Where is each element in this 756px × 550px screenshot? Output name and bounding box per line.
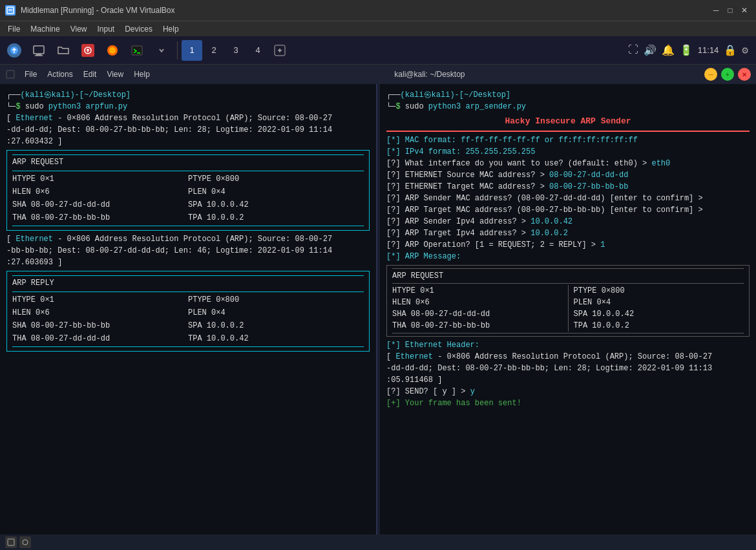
- svg-rect-4: [34, 46, 44, 54]
- menu-devices[interactable]: Devices: [120, 23, 158, 35]
- tab-2[interactable]: 2: [204, 40, 224, 61]
- menu-view[interactable]: View: [65, 23, 92, 35]
- svg-point-15: [23, 540, 28, 545]
- notification-icon[interactable]: 🔔: [662, 44, 675, 57]
- toolbar-icon-folder[interactable]: [52, 39, 75, 62]
- toolbar-icon-red[interactable]: [76, 39, 100, 62]
- svg-rect-2: [8, 10, 12, 11]
- minimize-button[interactable]: ─: [709, 4, 722, 17]
- toolbar-right: ⛶ 🔊 🔔 🔋 11:14 🔒 ⚙: [628, 44, 753, 57]
- right-info-lines: [*] MAC format: ff-ff-ff-ff-ff-ff or ff:…: [386, 134, 750, 262]
- right-arp-request-box: ARP REQUEST HTYPE 0×1 PTYPE 0×800 HLEN 0…: [386, 265, 750, 337]
- menu-input[interactable]: Input: [92, 23, 120, 35]
- tab-add[interactable]: [269, 40, 290, 61]
- left-ethernet-2: [ Ethernet - 0×806 Address Resolution Pr…: [6, 233, 370, 268]
- kali-menu-edit[interactable]: Edit: [78, 69, 102, 80]
- right-prompt-line: ┌──(kali㉿kali)-[~/Desktop] └─$ sudo pyth…: [386, 89, 750, 112]
- titlebar-icon: [5, 5, 16, 16]
- left-terminal[interactable]: ┌──(kali㉿kali)-[~/Desktop] └─$ sudo pyth…: [0, 84, 377, 534]
- kali-titlebar: File Actions Edit View Help kali@kali: ~…: [0, 65, 756, 84]
- kali-menu-view[interactable]: View: [101, 69, 129, 80]
- right-ethernet-header: [*] Ethernet Header: [ Ethernet - 0×806 …: [386, 339, 750, 409]
- left-arp-reply-box: ARP REPLY HTYPE 0×1 PTYPE 0×800 HLEN 0×6…: [6, 271, 370, 352]
- toolbar-icon-terminal[interactable]: [125, 39, 149, 62]
- battery-icon[interactable]: 🔋: [680, 44, 693, 57]
- svg-rect-10: [132, 46, 142, 55]
- kali-menu: File Actions Edit View Help: [19, 69, 155, 80]
- menu-help[interactable]: Help: [158, 23, 184, 35]
- vm-close-btn[interactable]: ✕: [738, 68, 751, 81]
- fullscreen-icon[interactable]: ⛶: [628, 44, 638, 56]
- tab-3[interactable]: 3: [226, 40, 246, 61]
- tab-4[interactable]: 4: [247, 40, 268, 61]
- vm-maximize-btn[interactable]: +: [721, 68, 734, 81]
- svg-rect-1: [8, 9, 12, 10]
- kali-window-icon: [5, 69, 16, 79]
- toolbar-time: 11:14: [698, 45, 719, 55]
- maximize-button[interactable]: □: [724, 4, 737, 17]
- menubar: File Machine View Input Devices Help: [0, 21, 756, 36]
- vm-bottom-bar: [0, 534, 756, 550]
- left-arp-request-box: ARP REQUEST HTYPE 0×1 PTYPE 0×800 HLEN 0…: [6, 150, 370, 231]
- svg-rect-13: [6, 70, 14, 78]
- svg-point-9: [109, 47, 116, 54]
- terminal-area: ┌──(kali㉿kali)-[~/Desktop] └─$ sudo pyth…: [0, 84, 756, 534]
- titlebar-controls: ─ □ ✕: [709, 4, 751, 17]
- toolbar: 1 2 3 4 ⛶ 🔊 🔔 🔋 11:14 🔒 ⚙: [0, 36, 756, 65]
- toolbar-icon-2[interactable]: [27, 39, 50, 62]
- tab-1[interactable]: 1: [182, 40, 202, 61]
- settings-icon[interactable]: ⚙: [742, 44, 748, 57]
- audio-icon[interactable]: 🔊: [644, 44, 656, 57]
- kali-menu-file[interactable]: File: [19, 69, 42, 80]
- vm-bottom-icon-1[interactable]: [5, 536, 17, 548]
- left-prompt-line: ┌──(kali㉿kali)-[~/Desktop] └─$ sudo pyth…: [6, 89, 370, 112]
- titlebar: Middleman [Running] - Oracle VM VirtualB…: [0, 0, 756, 21]
- toolbar-icon-fox[interactable]: [101, 39, 124, 62]
- close-button[interactable]: ✕: [738, 4, 751, 17]
- vm-window: File Actions Edit View Help kali@kali: ~…: [0, 65, 756, 550]
- left-ethernet-1: [ Ethernet - 0×806 Address Resolution Pr…: [6, 112, 370, 147]
- svg-rect-14: [8, 539, 14, 545]
- kali-menu-actions[interactable]: Actions: [42, 69, 78, 80]
- menu-machine[interactable]: Machine: [25, 23, 65, 35]
- lock-icon[interactable]: 🔒: [724, 44, 737, 57]
- toolbar-icon-1[interactable]: [3, 39, 26, 62]
- titlebar-title: Middleman [Running] - Oracle VM VirtualB…: [21, 6, 704, 15]
- menu-file[interactable]: File: [3, 23, 25, 35]
- kali-menu-help[interactable]: Help: [129, 69, 155, 80]
- separator-1: [177, 41, 178, 59]
- vm-bottom-icon-2[interactable]: [19, 536, 31, 548]
- dropdown-arrow[interactable]: [150, 39, 173, 62]
- right-terminal[interactable]: ┌──(kali㉿kali)-[~/Desktop] └─$ sudo pyth…: [380, 84, 756, 534]
- right-hacky-title-line: Hacky Insecure ARP Sender: [386, 115, 750, 132]
- kali-window-title: kali@kali: ~/Desktop: [394, 70, 465, 79]
- vm-minimize-btn[interactable]: ─: [704, 68, 717, 81]
